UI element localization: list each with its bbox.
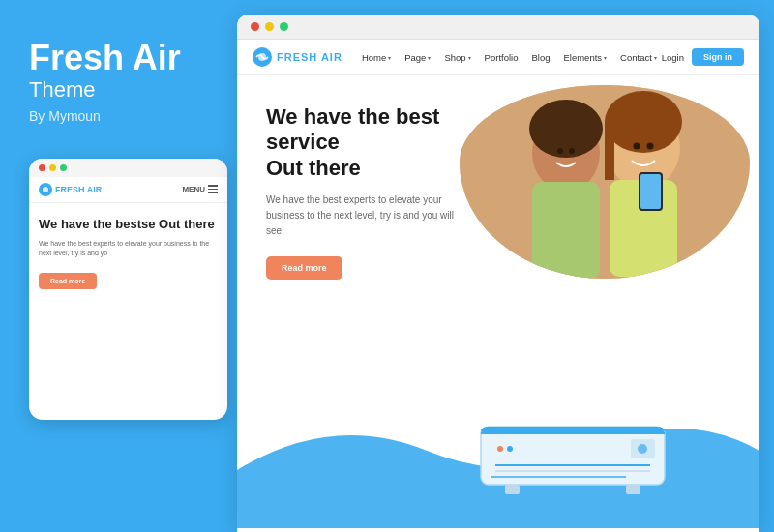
- desktop-navbar: FRESH AIR Home ▾ Page ▾ Shop ▾ Portfolio…: [237, 40, 759, 75]
- svg-point-23: [638, 444, 647, 454]
- mobile-logo-icon: [39, 183, 52, 196]
- desktop-nav-links: Home ▾ Page ▾ Shop ▾ Portfolio Blog Elem…: [362, 52, 662, 63]
- left-panel: Fresh Air Theme By Mymoun FRESH AIR MENU: [0, 0, 237, 532]
- svg-point-24: [497, 446, 503, 452]
- ac-unit: [476, 422, 670, 503]
- app-subtitle: Theme: [29, 77, 213, 103]
- nav-blog[interactable]: Blog: [531, 52, 550, 63]
- svg-point-25: [507, 446, 513, 452]
- browser-dot-yellow: [265, 22, 274, 31]
- svg-rect-5: [532, 182, 600, 279]
- hero-description: We have the best experts to elevate your…: [266, 192, 459, 239]
- hamburger-icon: [208, 185, 218, 193]
- svg-rect-10: [605, 122, 614, 180]
- desktop-logo-text: FRESH AIR: [277, 51, 342, 63]
- hero-content: We have the best service Out there We ha…: [237, 75, 488, 532]
- nav-portfolio[interactable]: Portfolio: [485, 52, 519, 63]
- chevron-down-icon: ▾: [604, 54, 607, 61]
- mobile-hero-title: We have the bestse Out there: [39, 217, 218, 232]
- mobile-dots-bar: [29, 159, 227, 177]
- browser-dot-green: [280, 22, 288, 31]
- svg-rect-28: [626, 485, 640, 494]
- hero-title: We have the best service Out there: [266, 104, 459, 181]
- svg-point-14: [569, 148, 575, 154]
- hero-main-image: [460, 85, 750, 279]
- mobile-readmore-button[interactable]: Read more: [39, 273, 97, 289]
- hero-image-area: [457, 75, 759, 532]
- chevron-down-icon: ▾: [388, 54, 391, 61]
- browser-dot-red: [251, 22, 259, 31]
- signin-button[interactable]: Sign in: [692, 48, 744, 66]
- nav-shop[interactable]: Shop ▾: [444, 52, 470, 63]
- mobile-preview: FRESH AIR MENU We have the bestse Out th…: [29, 159, 227, 420]
- login-link[interactable]: Login: [662, 52, 684, 63]
- mobile-menu-button[interactable]: MENU: [182, 185, 218, 193]
- desktop-logo: FRESH AIR: [253, 47, 342, 67]
- desktop-logo-icon: [253, 47, 272, 67]
- mobile-hero-text: We have the best experts to elevate your…: [39, 239, 218, 258]
- app-title: Fresh Air: [29, 39, 213, 77]
- svg-rect-12: [640, 174, 661, 209]
- nav-page[interactable]: Page ▾: [404, 52, 431, 63]
- browser-bar: [237, 15, 759, 40]
- svg-rect-27: [505, 485, 520, 494]
- svg-point-6: [529, 100, 603, 158]
- nav-contact[interactable]: Contact ▾: [620, 52, 657, 63]
- girls-photo: [460, 85, 750, 279]
- chevron-down-icon: ▾: [428, 54, 431, 61]
- mobile-dot-green: [60, 164, 67, 171]
- mobile-hero-section: We have the bestse Out there We have the…: [29, 203, 227, 420]
- svg-rect-19: [481, 432, 665, 434]
- app-author: By Mymoun: [29, 108, 213, 124]
- mobile-dot-red: [39, 164, 45, 171]
- nav-home[interactable]: Home ▾: [362, 52, 391, 63]
- mobile-dot-yellow: [49, 164, 56, 171]
- nav-elements[interactable]: Elements ▾: [563, 52, 607, 63]
- desktop-hero: We have the best service Out there We ha…: [237, 75, 759, 532]
- svg-rect-3: [460, 85, 750, 279]
- nav-actions: Login Sign in: [662, 48, 744, 66]
- svg-point-16: [647, 143, 654, 150]
- mobile-logo: FRESH AIR: [39, 183, 102, 196]
- desktop-preview: FRESH AIR Home ▾ Page ▾ Shop ▾ Portfolio…: [237, 15, 759, 532]
- chevron-down-icon: ▾: [468, 54, 471, 61]
- mobile-navbar: FRESH AIR MENU: [29, 177, 227, 203]
- hero-readmore-button[interactable]: Read more: [266, 256, 342, 280]
- svg-point-0: [43, 187, 48, 192]
- svg-point-15: [634, 143, 640, 150]
- chevron-down-icon: ▾: [654, 54, 657, 61]
- svg-point-9: [605, 91, 682, 153]
- svg-point-13: [557, 148, 563, 154]
